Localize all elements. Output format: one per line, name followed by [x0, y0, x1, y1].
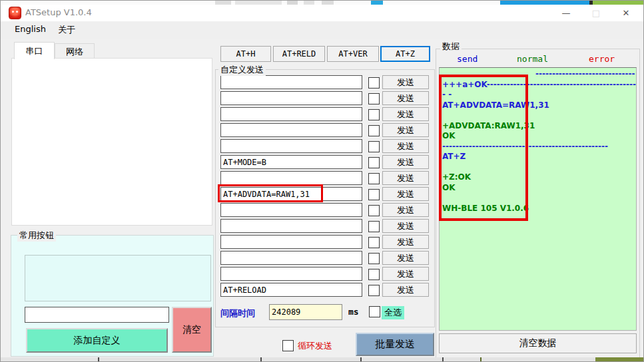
clear-common-button[interactable]: 清空 [172, 307, 212, 353]
at-h-button[interactable]: AT+H [220, 46, 271, 62]
log-line: ----------------------------------------… [442, 142, 636, 152]
custom-send-input-3[interactable] [220, 107, 362, 121]
send-button-10[interactable]: 发送 [382, 219, 429, 233]
background-taskbar-piece [595, 357, 644, 362]
tab-serial[interactable]: 串口 [14, 42, 55, 59]
at-reld-button[interactable]: AT+RELD [273, 46, 325, 62]
log-line: ------------------------------ [442, 69, 636, 80]
custom-send-title: 自定义发送 [218, 64, 266, 76]
legend-send: send [457, 54, 478, 64]
log-line [442, 193, 636, 204]
log-line: WH-BLE 105 V1.0.6 [442, 204, 636, 214]
legend-error: error [589, 54, 615, 64]
title-bar: ATSetup V1.0.4 — □ ✕ [1, 5, 644, 21]
custom-send-input-12[interactable] [220, 251, 362, 265]
minimize-button[interactable]: — [552, 5, 580, 21]
send-button-11[interactable]: 发送 [382, 235, 429, 249]
custom-send-input-6[interactable] [220, 155, 362, 169]
custom-send-input-7[interactable] [220, 171, 362, 185]
select-all-checkbox[interactable] [369, 306, 380, 317]
data-log[interactable]: ------------------------------+++a+OK---… [439, 67, 637, 331]
custom-send-checkbox-12[interactable] [368, 253, 380, 264]
menu-about[interactable]: 关于 [58, 24, 75, 36]
log-line: +ADVDATA:RAW1,31 [442, 121, 636, 132]
interval-unit-label: ms [348, 307, 359, 317]
log-line [442, 162, 636, 173]
at-ver-button[interactable]: AT+VER [327, 46, 379, 62]
custom-send-checkbox-1[interactable] [368, 77, 380, 89]
atsetup-window: ATSetup V1.0.4 — □ ✕ English 关于 串口 网络 串口… [0, 0, 644, 362]
send-button-4[interactable]: 发送 [382, 123, 429, 137]
background-tick [260, 357, 262, 362]
send-button-2[interactable]: 发送 [382, 91, 429, 105]
send-button-8[interactable]: 发送 [382, 187, 429, 201]
send-button-3[interactable]: 发送 [382, 107, 429, 121]
log-line: AT+ADVDATA=RAW1,31 [442, 100, 636, 111]
custom-send-checkbox-8[interactable] [368, 189, 380, 200]
custom-send-checkbox-11[interactable] [368, 237, 380, 248]
log-line: +++a+OK---------------------------------… [442, 80, 636, 90]
custom-send-checkbox-9[interactable] [368, 205, 380, 216]
common-buttons-list[interactable] [25, 255, 211, 301]
custom-send-checkbox-13[interactable] [368, 269, 380, 280]
custom-send-input-5[interactable] [220, 139, 362, 153]
clear-data-button[interactable]: 清空数据 [439, 333, 637, 353]
send-button-14[interactable]: 发送 [382, 283, 429, 297]
menu-bar: English 关于 [1, 21, 644, 39]
custom-send-input-14[interactable] [220, 283, 362, 297]
send-button-1[interactable]: 发送 [382, 75, 429, 89]
send-button-6[interactable]: 发送 [382, 155, 429, 169]
custom-send-checkbox-10[interactable] [368, 221, 380, 232]
common-buttons-title: 常用按钮 [17, 230, 56, 242]
data-panel-title: 数据 [440, 41, 462, 53]
background-tick [98, 357, 99, 362]
window-title: ATSetup V1.0.4 [25, 7, 92, 17]
log-line [442, 110, 636, 121]
custom-send-input-11[interactable] [220, 235, 362, 249]
custom-send-checkbox-2[interactable] [368, 93, 380, 104]
loop-send-label: 循环发送 [298, 340, 332, 352]
loop-send-checkbox[interactable] [282, 340, 294, 351]
background-tick [360, 357, 362, 362]
send-button-13[interactable]: 发送 [382, 267, 429, 281]
menu-english[interactable]: English [15, 24, 46, 34]
custom-send-checkbox-14[interactable] [368, 285, 380, 296]
log-line: +Z:OK [442, 172, 636, 183]
log-line: OK [442, 183, 636, 194]
send-button-7[interactable]: 发送 [382, 171, 429, 185]
send-button-5[interactable]: 发送 [382, 139, 429, 153]
legend-normal: normal [517, 54, 548, 64]
select-all-label[interactable]: 全选 [382, 306, 404, 319]
app-icon [9, 7, 21, 19]
close-button[interactable]: ✕ [612, 5, 640, 21]
custom-send-input-2[interactable] [220, 91, 362, 105]
custom-send-checkbox-4[interactable] [368, 125, 380, 136]
interval-label: 间隔时间 [220, 307, 255, 319]
custom-send-input-13[interactable] [220, 267, 362, 281]
custom-send-input-1[interactable] [220, 75, 362, 89]
custom-send-input-4[interactable] [220, 123, 362, 137]
custom-send-checkbox-7[interactable] [368, 173, 380, 184]
send-button-12[interactable]: 发送 [382, 251, 429, 265]
batch-send-button[interactable]: 批量发送 [356, 333, 434, 356]
custom-send-checkbox-6[interactable] [368, 157, 380, 168]
background-tick [480, 357, 482, 362]
custom-send-checkbox-5[interactable] [368, 141, 380, 152]
custom-send-input-9[interactable] [220, 203, 362, 217]
background-bottom-strip [1, 357, 644, 362]
at-z-button[interactable]: AT+Z [380, 46, 430, 62]
background-tick [442, 357, 444, 362]
custom-send-input-10[interactable] [220, 219, 362, 233]
serial-settings-panel [11, 58, 212, 226]
add-custom-button[interactable]: 添加自定义 [26, 328, 168, 353]
log-line: OK [442, 131, 636, 142]
interval-input[interactable] [269, 304, 342, 320]
send-button-9[interactable]: 发送 [382, 203, 429, 217]
custom-send-input-8[interactable] [220, 187, 362, 201]
log-line: AT+Z [442, 152, 636, 162]
custom-send-checkbox-3[interactable] [368, 109, 380, 120]
maximize-button: □ [582, 5, 610, 21]
custom-command-input[interactable] [25, 307, 169, 323]
log-line: - - [442, 90, 636, 100]
